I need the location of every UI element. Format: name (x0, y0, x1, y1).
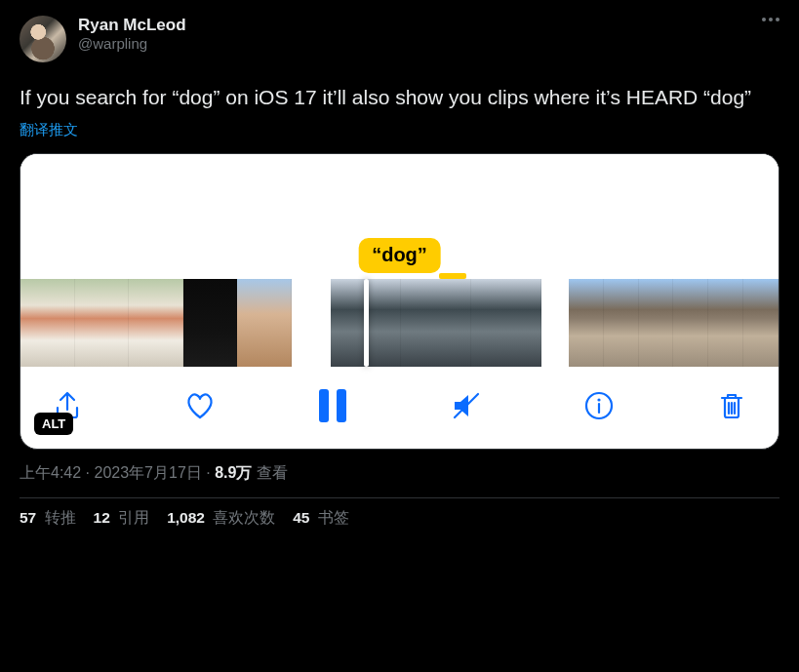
more-options-icon[interactable] (762, 16, 779, 21)
clip-thumbnail-group (569, 279, 779, 367)
thumbnail (401, 279, 471, 367)
clip-thumbnail-group (20, 279, 292, 367)
media-toolbar (20, 367, 779, 449)
author-handle[interactable]: @warpling (78, 35, 762, 52)
author-name[interactable]: Ryan McLeod (78, 16, 762, 35)
mute-icon[interactable] (449, 388, 484, 423)
thumbnail (471, 279, 541, 367)
avatar[interactable] (20, 16, 66, 62)
thumbnail (673, 279, 708, 367)
clip-gap (541, 279, 569, 367)
retweets-stat[interactable]: 57 转推 (20, 508, 76, 529)
views-count[interactable]: 8.9万 (215, 464, 252, 481)
thumbnail (183, 279, 238, 367)
media-card[interactable]: “dog” (20, 153, 779, 450)
pause-icon[interactable] (315, 388, 350, 423)
thumbnail (75, 279, 130, 367)
tweet-time[interactable]: 上午4:42 (20, 464, 81, 481)
clip-thumbnail-group (331, 279, 541, 367)
tweet-header: Ryan McLeod @warpling (20, 16, 779, 62)
author-block: Ryan McLeod @warpling (78, 16, 762, 52)
clip-gap (292, 279, 331, 367)
heart-icon[interactable] (182, 388, 218, 423)
thumbnail (743, 279, 779, 367)
trash-icon[interactable] (714, 388, 749, 423)
bookmarks-stat[interactable]: 45 书签 (293, 508, 349, 529)
tweet-meta: 上午4:42 · 2023年7月17日 · 8.9万 查看 (20, 463, 779, 484)
media-header-area: “dog” (20, 154, 779, 279)
thumbnail (604, 279, 639, 367)
tweet-date[interactable]: 2023年7月17日 (94, 464, 201, 481)
thumbnail (237, 279, 292, 367)
thumbnail (20, 279, 75, 367)
likes-stat[interactable]: 1,082 喜欢次数 (167, 508, 275, 529)
thumbnail (569, 279, 604, 367)
thumbnail (129, 279, 183, 367)
tweet-container: Ryan McLeod @warpling If you search for … (0, 0, 799, 544)
svg-point-2 (597, 399, 600, 402)
views-label: 查看 (252, 464, 287, 481)
search-term-bubble: “dog” (358, 238, 441, 273)
divider (20, 497, 779, 498)
translate-link[interactable]: 翻译推文 (20, 121, 779, 139)
video-timeline-strip[interactable] (20, 279, 779, 367)
alt-badge[interactable]: ALT (34, 413, 73, 435)
info-icon[interactable] (581, 388, 617, 423)
quotes-stat[interactable]: 12 引用 (94, 508, 150, 529)
tweet-text: If you search for “dog” on iOS 17 it’ll … (20, 84, 779, 111)
thumbnail (708, 279, 743, 367)
playhead[interactable] (364, 279, 369, 367)
engagement-stats: 57 转推 12 引用 1,082 喜欢次数 45 书签 (20, 508, 779, 533)
thumbnail (639, 279, 674, 367)
